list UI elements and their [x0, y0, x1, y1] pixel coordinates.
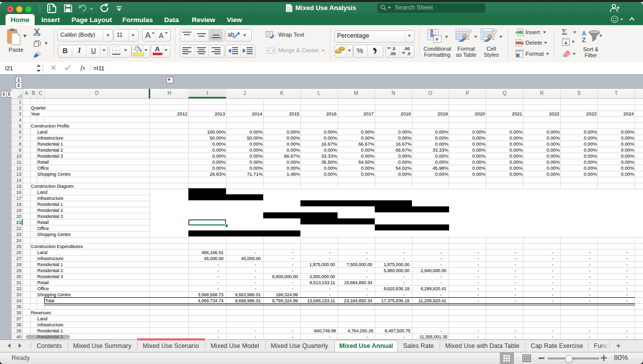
- svg-text:ab: ab: [228, 31, 235, 38]
- svg-text:.0: .0: [392, 46, 395, 51]
- svg-text:A: A: [145, 31, 151, 40]
- svg-text:.00: .00: [390, 51, 396, 56]
- svg-text:A: A: [582, 30, 586, 37]
- svg-text:.0: .0: [407, 51, 410, 56]
- svg-text:Z: Z: [582, 37, 586, 43]
- svg-text:≠: ≠: [436, 36, 439, 42]
- svg-text:A: A: [159, 32, 164, 40]
- svg-text:.00: .00: [404, 46, 410, 51]
